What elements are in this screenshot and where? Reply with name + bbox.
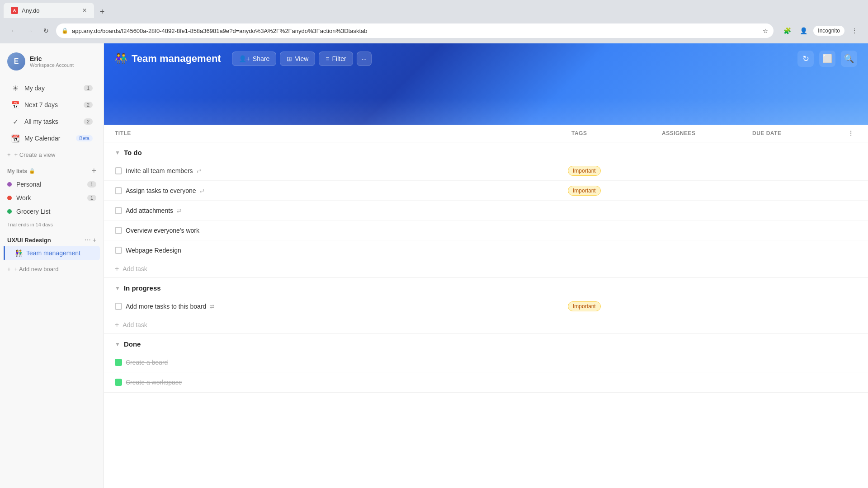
task-name: Create a workspace <box>126 379 182 386</box>
more-options-button[interactable]: ··· <box>357 52 372 66</box>
sidebar-item-my-day[interactable]: ☀ My day 1 <box>4 80 100 96</box>
tab-close-btn[interactable]: ✕ <box>82 7 87 14</box>
todo-title: To do <box>124 149 142 156</box>
check-all-icon: ✓ <box>11 117 20 126</box>
user-profile[interactable]: E Eric Workspace Account <box>0 43 104 78</box>
refresh-board-button[interactable]: ↻ <box>797 51 814 67</box>
filter-icon: ≡ <box>326 55 329 62</box>
task-checkbox[interactable] <box>115 227 122 234</box>
task-name: Add attachments <box>126 207 173 214</box>
workspace-more-btn[interactable]: ⋯ <box>85 236 91 244</box>
task-checkbox[interactable] <box>115 207 122 214</box>
plus-icon: + <box>7 151 11 158</box>
sidebar-item-next-7-days[interactable]: 📅 Next 7 days 2 <box>4 97 100 113</box>
task-row[interactable]: Add attachments ⇄ <box>104 201 868 221</box>
add-list-button[interactable]: + <box>91 166 96 176</box>
todo-section: ▼ To do Invite all team members ⇄ Import… <box>104 142 868 278</box>
beta-badge: Beta <box>76 135 93 141</box>
sidebar-item-my-calendar[interactable]: 📆 My Calendar Beta <box>4 130 100 146</box>
task-checkbox[interactable] <box>115 379 122 386</box>
add-board-label: + Add new board <box>14 266 59 272</box>
task-checkbox[interactable] <box>115 359 122 366</box>
task-title-cell: Create a workspace <box>115 374 568 390</box>
new-tab-button[interactable]: + <box>96 5 108 18</box>
table-header: TITLE TAGS ASSIGNEES DUE DATE ⋮ <box>104 125 868 142</box>
filter-button[interactable]: ≡ Filter <box>319 52 353 66</box>
grocery-label: Grocery List <box>16 208 50 215</box>
lock-icon: 🔒 <box>29 168 35 174</box>
search-board-button[interactable]: 🔍 <box>841 51 857 67</box>
task-checkbox[interactable] <box>115 167 122 174</box>
task-checkbox[interactable] <box>115 187 122 194</box>
right-toolbar: ↻ ⬜ 🔍 <box>797 51 857 67</box>
omnibar-row: ← → ↻ 🔒 app.any.do/boards/f245600a-28f0-… <box>0 18 868 43</box>
task-row[interactable]: Invite all team members ⇄ Important <box>104 161 868 181</box>
filter-label: Filter <box>332 55 346 62</box>
back-button[interactable]: ← <box>7 24 20 37</box>
tag-cell: Important <box>568 186 658 196</box>
task-row[interactable]: Add more tasks to this board ⇄ Important <box>104 296 868 316</box>
todo-add-task-btn[interactable]: + Add task <box>104 260 868 277</box>
my-lists-title: My lists 🔒 <box>7 168 35 174</box>
share-button[interactable]: 👤+ Share <box>232 52 277 66</box>
todo-section-header: ▼ To do <box>104 142 868 161</box>
done-section: ▼ Done Create a board Creat <box>104 334 868 393</box>
task-row[interactable]: Assign tasks to everyone ⇄ Important <box>104 181 868 201</box>
extensions-icon[interactable]: 🧩 <box>781 24 793 37</box>
task-row[interactable]: Create a board <box>104 352 868 372</box>
personal-label: Personal <box>16 181 41 188</box>
my-calendar-label: My Calendar <box>24 135 71 142</box>
in-progress-section: ▼ In progress Add more tasks to this boa… <box>104 278 868 334</box>
star-icon[interactable]: ☆ <box>763 28 768 34</box>
done-toggle[interactable]: ▼ <box>115 341 120 347</box>
work-label: Work <box>16 194 31 202</box>
menu-icon[interactable]: ⋮ <box>848 24 861 37</box>
create-view-btn[interactable]: + + Create a view <box>0 149 104 161</box>
task-checkbox[interactable] <box>115 303 122 310</box>
plus-icon: + <box>7 266 11 272</box>
plus-icon: + <box>115 265 119 273</box>
add-new-board-btn[interactable]: + + Add new board <box>0 263 104 276</box>
task-title-cell: Assign tasks to everyone ⇄ <box>115 183 568 199</box>
add-task-label: Add task <box>123 265 147 272</box>
my-day-label: My day <box>24 84 79 92</box>
table-container: TITLE TAGS ASSIGNEES DUE DATE ⋮ ▼ To do … <box>104 125 868 488</box>
task-row[interactable]: Overview everyone's work <box>104 221 868 240</box>
view-button[interactable]: ⊞ View <box>280 52 315 66</box>
in-progress-toggle[interactable]: ▼ <box>115 285 120 291</box>
board-item-team-management[interactable]: 👫 Team management <box>4 246 100 260</box>
forward-button[interactable]: → <box>24 24 36 37</box>
task-checkbox[interactable] <box>115 247 122 254</box>
task-name: Assign tasks to everyone <box>126 187 196 194</box>
incognito-profile-btn[interactable]: Incognito <box>813 26 844 36</box>
tag-cell: Important <box>568 301 658 311</box>
address-bar[interactable]: 🔒 app.any.do/boards/f245600a-28f0-4892-8… <box>56 23 774 38</box>
task-row[interactable]: Create a workspace <box>104 372 868 392</box>
plus-icon: + <box>115 321 119 329</box>
workspace-title: UX/UI Redesign <box>7 237 51 244</box>
sidebar-list-work[interactable]: Work 1 <box>0 191 104 205</box>
board-title-area: 👫 Team management <box>115 53 221 65</box>
sidebar-list-personal[interactable]: Personal 1 <box>0 178 104 191</box>
profile-icon[interactable]: 👤 <box>797 24 810 37</box>
task-name: Webpage Redesign <box>126 247 181 254</box>
create-view-label: + Create a view <box>14 151 56 158</box>
task-row[interactable]: Webpage Redesign <box>104 240 868 260</box>
task-name: Invite all team members <box>126 167 193 174</box>
board-title: Team management <box>132 53 221 65</box>
refresh-button[interactable]: ↻ <box>40 24 52 37</box>
board-title-emoji: 👫 <box>115 53 127 65</box>
fullscreen-button[interactable]: ⬜ <box>819 51 835 67</box>
active-tab[interactable]: A Any.do ✕ <box>4 3 94 18</box>
sidebar-list-grocery[interactable]: Grocery List <box>0 205 104 218</box>
task-title-cell: Create a board <box>115 354 568 371</box>
tag-cell: Important <box>568 166 658 176</box>
workspace-add-btn[interactable]: + <box>93 236 96 244</box>
browser-actions: 🧩 👤 Incognito ⋮ <box>781 24 861 37</box>
todo-toggle[interactable]: ▼ <box>115 150 120 156</box>
in-progress-add-task-btn[interactable]: + Add task <box>104 316 868 333</box>
workspace-header: UX/UI Redesign ⋯ + <box>0 233 104 245</box>
column-actions-btn[interactable]: ⋮ <box>839 125 857 142</box>
sidebar-item-all-tasks[interactable]: ✓ All my tasks 2 <box>4 113 100 130</box>
task-title-cell: Add more tasks to this board ⇄ <box>115 298 568 314</box>
